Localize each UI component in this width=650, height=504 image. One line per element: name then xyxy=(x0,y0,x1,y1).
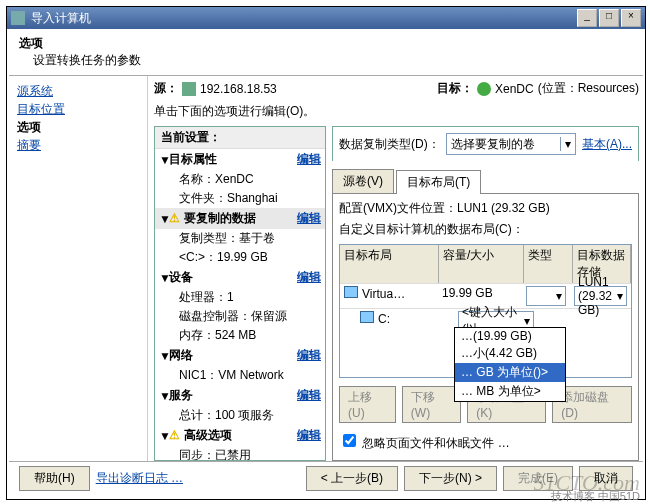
source-value: 192.168.18.53 xyxy=(200,82,277,96)
move-down-button[interactable]: 下移(W) xyxy=(402,386,461,423)
cancel-button[interactable]: 取消 xyxy=(579,466,633,491)
edit-link[interactable]: 编辑 xyxy=(297,347,321,364)
tab-source-volume[interactable]: 源卷(V) xyxy=(332,169,394,193)
config-location: 配置(VMX)文件位置：LUN1 (29.32 GB) xyxy=(339,200,632,217)
dest-value: XenDC xyxy=(495,82,534,96)
dropdown-item[interactable]: …小(4.42 GB) xyxy=(455,344,565,363)
source-dest-row: 源： 192.168.18.53 目标： XenDC (位置：Resources… xyxy=(154,78,639,99)
replication-type-label: 数据复制类型(D)： xyxy=(339,136,440,153)
chevron-down-icon: ▾ xyxy=(617,289,623,303)
sec-network[interactable]: ▼网络编辑 xyxy=(155,345,325,366)
edit-link[interactable]: 编辑 xyxy=(297,151,321,168)
help-button[interactable]: 帮助(H) xyxy=(19,466,90,491)
col-size: 容量/大小 xyxy=(439,245,524,283)
chevron-down-icon: ▾ xyxy=(560,137,571,151)
col-type: 类型 xyxy=(524,245,573,283)
sec-services[interactable]: ▼服务编辑 xyxy=(155,385,325,406)
tab-pane: 配置(VMX)文件位置：LUN1 (29.32 GB) 自定义目标计算机的数据布… xyxy=(332,193,639,461)
edit-link[interactable]: 编辑 xyxy=(297,210,321,227)
table-row[interactable]: C: <键入大小(以▾ …(19.99 GB) …小(4.42 GB) … GB… xyxy=(340,308,631,333)
disk-icon xyxy=(344,286,358,298)
drive-icon xyxy=(360,311,374,323)
current-settings-label: 当前设置： xyxy=(161,129,221,146)
replication-type-select[interactable]: 选择要复制的卷▾ xyxy=(446,133,576,155)
edit-link[interactable]: 编辑 xyxy=(297,427,321,444)
watermark-sub: 技术博客 中国51D xyxy=(551,489,640,504)
dropdown-item[interactable]: … GB 为单位()> xyxy=(455,363,565,382)
app-icon xyxy=(11,11,25,25)
back-button[interactable]: < 上一步(B) xyxy=(306,466,398,491)
page-subtitle: 设置转换任务的参数 xyxy=(19,52,633,69)
dropdown-item[interactable]: …(19.99 GB) xyxy=(455,328,565,344)
export-log-link[interactable]: 导出诊断日志 … xyxy=(96,470,183,487)
edit-link[interactable]: 编辑 xyxy=(297,387,321,404)
chevron-down-icon: ▾ xyxy=(524,314,530,328)
basic-link[interactable]: 基本(A)... xyxy=(582,136,632,153)
sec-devices[interactable]: ▼设备编辑 xyxy=(155,267,325,288)
ignore-pagefile-checkbox[interactable]: 忽略页面文件和休眠文件 … xyxy=(339,431,632,452)
server-icon xyxy=(182,82,196,96)
custom-layout-label: 自定义目标计算机的数据布局(C)： xyxy=(339,221,632,238)
datastore-select[interactable]: LUN1 (29.32 GB)▾ xyxy=(574,286,627,306)
sec-target-props[interactable]: ▼目标属性编辑 xyxy=(155,149,325,170)
minimize-button[interactable]: _ xyxy=(577,9,597,27)
titlebar: 导入计算机 _ □ × xyxy=(7,7,645,29)
close-button[interactable]: × xyxy=(621,9,641,27)
type-select[interactable]: ▾ xyxy=(526,286,566,306)
dest-label: 目标： xyxy=(437,80,473,97)
source-label: 源： xyxy=(154,80,178,97)
move-up-button[interactable]: 上移(U) xyxy=(339,386,396,423)
sec-data-copy[interactable]: ▼要复制的数据编辑 xyxy=(155,208,325,229)
dropdown-item[interactable]: … MB 为单位> xyxy=(455,382,565,401)
header: 选项 设置转换任务的参数 xyxy=(7,29,645,75)
maximize-button[interactable]: □ xyxy=(599,9,619,27)
layout-table: 目标布局 容量/大小 类型 目标数据存储 Virtua… 19.99 GB ▾ … xyxy=(339,244,632,378)
edit-link[interactable]: 编辑 xyxy=(297,269,321,286)
sec-advanced[interactable]: ▼高级选项编辑 xyxy=(155,425,325,446)
next-button[interactable]: 下一步(N) > xyxy=(404,466,497,491)
nav-summary[interactable]: 摘要 xyxy=(17,136,137,154)
size-dropdown[interactable]: …(19.99 GB) …小(4.42 GB) … GB 为单位()> … MB… xyxy=(454,327,566,402)
col-layout: 目标布局 xyxy=(340,245,439,283)
step-nav: 源系统 目标位置 选项 摘要 xyxy=(7,76,148,461)
nav-source[interactable]: 源系统 xyxy=(17,82,137,100)
dest-location: (位置：Resources) xyxy=(538,80,639,97)
settings-tree[interactable]: 当前设置： ▼目标属性编辑 名称：XenDC 文件夹：Shanghai ▼要复制… xyxy=(154,126,326,461)
chevron-down-icon: ▾ xyxy=(556,289,562,303)
window-title: 导入计算机 xyxy=(31,10,575,27)
nav-options[interactable]: 选项 xyxy=(17,118,137,136)
dest-icon xyxy=(477,82,491,96)
tab-target-layout[interactable]: 目标布局(T) xyxy=(396,170,481,194)
nav-destination[interactable]: 目标位置 xyxy=(17,100,137,118)
finish-button[interactable]: 完成(E) xyxy=(503,466,573,491)
hint-text: 单击下面的选项进行编辑(O)。 xyxy=(154,99,639,126)
page-title: 选项 xyxy=(19,35,633,52)
